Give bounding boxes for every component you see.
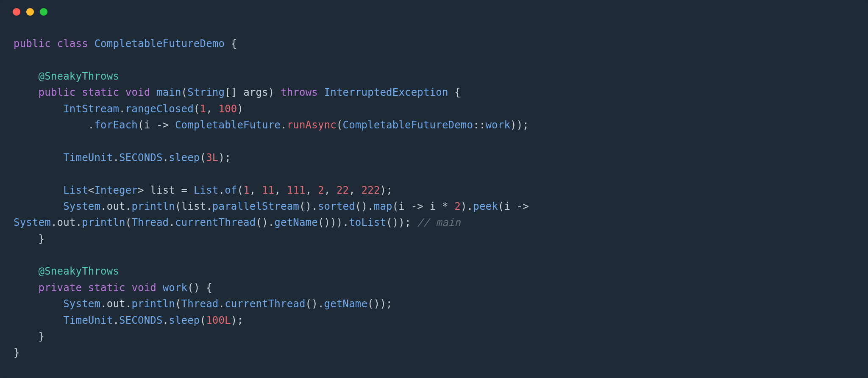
number: 2 — [318, 184, 324, 196]
number-100: 100 — [218, 103, 237, 115]
type-integer: Integer — [94, 184, 138, 196]
enum-seconds: SECONDS — [119, 314, 163, 326]
type-intstream: IntStream — [63, 103, 119, 115]
number: 111 — [287, 184, 306, 196]
method-foreach: forEach — [94, 119, 138, 131]
code-area[interactable]: public class CompletableFutureDemo { @Sn… — [0, 24, 868, 375]
class-name: CompletableFutureDemo — [94, 38, 225, 50]
type-list: List — [194, 184, 219, 196]
brace-close: } — [14, 347, 20, 359]
type-completablefuture: CompletableFuture — [175, 119, 281, 131]
method-currentthread: currentThread — [175, 217, 256, 228]
var-list: list — [181, 200, 206, 212]
close-icon[interactable] — [13, 8, 20, 16]
method-sorted: sorted — [318, 200, 355, 212]
minimize-icon[interactable] — [26, 8, 34, 16]
number-100l: 100L — [206, 314, 231, 326]
method-println: println — [82, 217, 125, 228]
lambda-arrow: -> — [411, 200, 423, 212]
number: 11 — [262, 184, 274, 196]
keyword-public: public — [14, 38, 51, 50]
type-system: System — [63, 298, 100, 310]
type-list: List — [63, 184, 88, 196]
method-getname: getName — [324, 298, 368, 310]
keyword-void: void — [131, 282, 156, 294]
type-system: System — [63, 200, 100, 212]
method-println: println — [131, 298, 175, 310]
var-i: i — [144, 119, 150, 131]
param-args: args — [243, 86, 268, 98]
keyword-throws: throws — [281, 86, 318, 98]
method-getname: getName — [274, 217, 318, 228]
number-1: 1 — [200, 103, 206, 115]
method-parallelstream: parallelStream — [212, 200, 299, 212]
method-of: of — [225, 184, 237, 196]
number: 1 — [243, 184, 250, 196]
keyword-static: static — [88, 282, 125, 294]
method-tolist: toList — [349, 217, 386, 228]
type-timeunit: TimeUnit — [63, 314, 113, 326]
type-thread: Thread — [181, 298, 219, 310]
method-sleep: sleep — [169, 152, 200, 164]
type-string: String — [187, 86, 225, 98]
comment-main: // main — [417, 217, 461, 228]
field-out: out — [57, 217, 76, 228]
number: 222 — [362, 184, 380, 196]
lambda-arrow: -> — [517, 200, 529, 212]
keyword-static: static — [82, 86, 119, 98]
method-runasync: runAsync — [287, 119, 337, 131]
code-window: public class CompletableFutureDemo { @Sn… — [0, 0, 868, 378]
keyword-private: private — [39, 282, 82, 294]
type-timeunit: TimeUnit — [63, 152, 113, 164]
keyword-void: void — [125, 86, 150, 98]
method-work: work — [163, 282, 188, 294]
method-main: main — [156, 86, 181, 98]
var-list: list — [150, 184, 175, 196]
annotation-sneakythrows: @SneakyThrows — [39, 70, 119, 82]
lambda-arrow: -> — [156, 119, 169, 131]
type-interruptedexception: InterruptedException — [324, 86, 448, 98]
method-println: println — [131, 200, 175, 212]
method-rangeclosed: rangeClosed — [125, 103, 194, 115]
method-peek: peek — [473, 200, 498, 212]
type-thread: Thread — [131, 217, 169, 228]
maximize-icon[interactable] — [40, 8, 47, 16]
keyword-class: class — [57, 38, 88, 50]
brace-open: { — [231, 38, 237, 50]
number: 22 — [337, 184, 349, 196]
var-i: i — [430, 200, 436, 212]
field-out: out — [107, 298, 125, 310]
method-currentthread: currentThread — [225, 298, 305, 310]
method-sleep: sleep — [169, 314, 200, 326]
number-2: 2 — [454, 200, 461, 212]
enum-seconds: SECONDS — [119, 152, 163, 164]
number-3l: 3L — [206, 152, 218, 164]
class-ref: CompletableFutureDemo — [343, 119, 473, 131]
type-system: System — [14, 217, 51, 228]
method-map: map — [374, 200, 392, 212]
window-titlebar — [0, 0, 868, 24]
var-i: i — [504, 200, 511, 212]
annotation-sneakythrows: @SneakyThrows — [39, 265, 119, 277]
var-i: i — [398, 200, 405, 212]
method-ref-work: work — [485, 119, 510, 131]
field-out: out — [107, 200, 125, 212]
keyword-public: public — [39, 86, 76, 98]
